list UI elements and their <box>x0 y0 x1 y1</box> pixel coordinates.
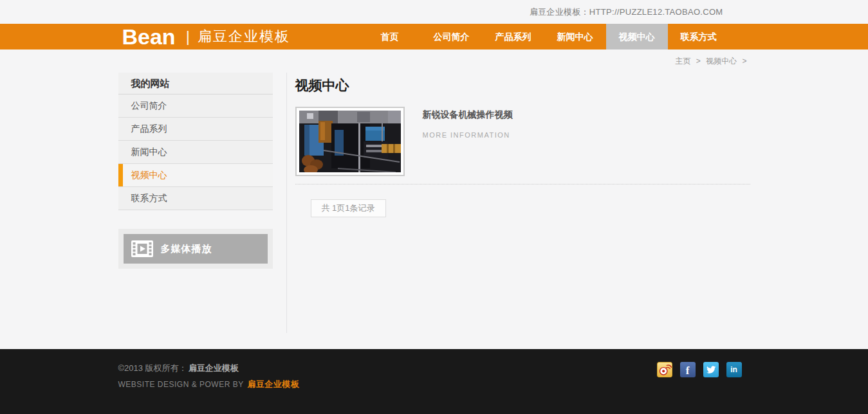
sidebar-menu: 我的网站 公司简介 产品系列 新闻中心 视频中心 联系方式 <box>118 73 273 210</box>
sidebar: 我的网站 公司简介 产品系列 新闻中心 视频中心 联系方式 <box>118 73 273 269</box>
twitter-icon[interactable] <box>703 362 719 377</box>
logo[interactable]: Bean | 扁豆企业模板 <box>122 24 290 50</box>
topbar: 扁豆企业模板：HTTP://PUZZLE12.TAOBAO.COM <box>0 0 868 24</box>
nav-item-products[interactable]: 产品系列 <box>483 24 544 50</box>
sidebar-item-video-center[interactable]: 视频中心 <box>118 164 273 187</box>
facebook-icon[interactable]: f <box>680 362 696 377</box>
copyright-text: ©2013 版权所有： <box>118 363 187 373</box>
more-information-link[interactable]: MORE INFORMATION <box>423 131 513 139</box>
breadcrumb-separator: > <box>696 57 701 66</box>
video-title-link[interactable]: 新锐设备机械操作视频 <box>423 109 513 121</box>
video-info: 新锐设备机械操作视频 MORE INFORMATION <box>423 107 513 176</box>
column-divider <box>286 73 287 333</box>
logo-separator: | <box>186 28 190 46</box>
video-thumbnail[interactable] <box>295 107 405 176</box>
sidebar-item-contact[interactable]: 联系方式 <box>118 187 273 210</box>
breadcrumb-video-center-link[interactable]: 视频中心 <box>706 57 737 66</box>
list-separator <box>295 184 750 184</box>
main-content: 视频中心 <box>295 71 750 217</box>
footer: ©2013 版权所有：扁豆企业模板 WEBSITE DESIGN & POWER… <box>0 349 868 414</box>
nav-item-contact[interactable]: 联系方式 <box>668 24 730 50</box>
site-name: 扁豆企业模板 <box>198 27 290 46</box>
linkedin-glyph: in <box>730 365 737 374</box>
powered-text: WEBSITE DESIGN & POWER BY <box>118 380 244 389</box>
facebook-glyph: f <box>686 364 690 377</box>
linkedin-icon[interactable]: in <box>726 362 742 377</box>
media-banner-inner: 多媒体播放 <box>124 234 268 264</box>
nav-item-news[interactable]: 新闻中心 <box>544 24 606 50</box>
social-links: f in <box>657 362 742 377</box>
sidebar-item-products[interactable]: 产品系列 <box>118 118 273 141</box>
breadcrumb-separator: > <box>742 57 746 66</box>
page: 扁豆企业模板：HTTP://PUZZLE12.TAOBAO.COM Bean |… <box>0 0 868 414</box>
nav-item-video-center[interactable]: 视频中心 <box>606 24 668 50</box>
sidebar-item-news[interactable]: 新闻中心 <box>118 141 273 164</box>
breadcrumb-row: 主页 > 视频中心 > <box>0 50 868 71</box>
machinery-thumbnail-image <box>299 111 401 172</box>
nav-item-home[interactable]: 首页 <box>359 24 421 50</box>
copyright-line: ©2013 版权所有：扁豆企业模板 <box>118 363 750 374</box>
page-title: 视频中心 <box>295 71 750 94</box>
main-nav: 首页 公司简介 产品系列 新闻中心 视频中心 联系方式 <box>359 24 730 50</box>
copyright-brand: 扁豆企业模板 <box>189 363 239 373</box>
main-header: Bean | 扁豆企业模板 首页 公司简介 产品系列 新闻中心 视频中心 联系方… <box>0 24 868 50</box>
media-banner-label: 多媒体播放 <box>161 243 212 255</box>
sidebar-item-company-profile[interactable]: 公司简介 <box>118 94 273 118</box>
film-play-icon <box>131 240 153 258</box>
video-list-item: 新锐设备机械操作视频 MORE INFORMATION <box>295 107 750 176</box>
pagination: 共 1页1条记录 <box>295 199 750 217</box>
media-player-banner[interactable]: 多媒体播放 <box>118 229 273 269</box>
weibo-icon[interactable] <box>657 362 672 377</box>
nav-item-company-profile[interactable]: 公司简介 <box>421 24 483 50</box>
record-count-label: 共 1页1条记录 <box>311 199 386 217</box>
breadcrumb-home-link[interactable]: 主页 <box>675 57 690 66</box>
sidebar-title: 我的网站 <box>118 73 273 94</box>
powered-brand-link[interactable]: 扁豆企业模板 <box>247 379 299 389</box>
site-url-label: 扁豆企业模板：HTTP://PUZZLE12.TAOBAO.COM <box>530 0 723 24</box>
logo-text: Bean <box>122 24 176 50</box>
breadcrumb: 主页 > 视频中心 > <box>675 56 750 67</box>
powered-line: WEBSITE DESIGN & POWER BY 扁豆企业模板 <box>118 379 750 390</box>
content-area: 我的网站 公司简介 产品系列 新闻中心 视频中心 联系方式 <box>0 71 868 349</box>
